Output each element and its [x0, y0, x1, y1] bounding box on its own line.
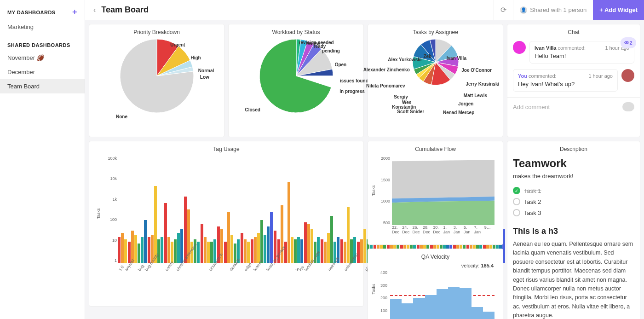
bar-group[interactable] — [241, 156, 250, 263]
widget-title: Tasks by Assignee — [374, 29, 497, 35]
bar-group[interactable] — [217, 156, 223, 263]
qa-bar[interactable] — [448, 287, 460, 319]
shared-with-button[interactable]: 👤 Shared with 1 person — [513, 0, 593, 20]
description-card: Description Teamwork makes the dreamwork… — [507, 141, 640, 319]
task-label: Task 2 — [524, 198, 541, 205]
task-checkbox[interactable]: ✓ — [513, 187, 520, 194]
assignee-pie[interactable]: Ivan VillaJoe O'ConnorJerry KrusinskiMat… — [374, 39, 497, 131]
widget-title: Priority Breakdown — [95, 29, 218, 35]
qa-bar[interactable] — [472, 307, 483, 319]
sidebar-item[interactable]: Marketing — [0, 20, 85, 34]
collapse-sidebar-icon[interactable]: ‹ — [91, 6, 98, 14]
chat-input[interactable]: Add comment — [513, 104, 550, 110]
widget-title: Cumulative Flow — [374, 146, 497, 152]
tag-usage-chart[interactable]: Tasks 100k10k1k100101 1.0anytestbugbug b… — [95, 156, 358, 285]
tasks-assignee-card: Tasks by Assignee Ivan VillaJoe O'Connor… — [368, 24, 503, 137]
pie-label: pending — [322, 48, 340, 53]
bar-group[interactable] — [251, 156, 273, 263]
bar-group[interactable] — [201, 156, 216, 263]
qa-bar[interactable] — [460, 288, 471, 319]
shared-dashboards-header: SHARED DASHBOARDS — [0, 41, 85, 51]
pie-label: Normal — [198, 68, 214, 73]
task-item[interactable]: Task 2 — [513, 196, 634, 207]
pie-label: issues found — [340, 78, 368, 83]
description-subtext: makes the dreamwork! — [513, 173, 634, 180]
widget-title: Description — [513, 146, 634, 152]
pie-label: Low — [200, 75, 209, 80]
bar-group[interactable] — [340, 156, 356, 263]
qa-bar[interactable] — [402, 303, 413, 319]
sidebar-item[interactable]: November 🏈 — [0, 51, 85, 65]
pie-label: Alexander Zinchenko — [363, 67, 410, 72]
task-item[interactable]: Task 3 — [513, 207, 634, 218]
description-heading: Teamwork — [513, 157, 634, 170]
page-title: Team Board — [101, 5, 494, 15]
task-checkbox[interactable] — [513, 209, 520, 216]
chat-card: Chat 👁 2 Ivan Villa commented:1 hour ago… — [507, 24, 640, 137]
chat-message: Ivan Villa commented:1 hour agoHello Tea… — [513, 41, 634, 64]
bar-group[interactable] — [148, 156, 163, 263]
pie-label: Jorgen — [458, 101, 473, 106]
bar-group[interactable] — [118, 156, 127, 263]
bar-group[interactable] — [321, 156, 339, 263]
pie-label: Ivan Villa — [447, 56, 466, 61]
pie-label: Closed — [245, 107, 260, 112]
workload-pie[interactable]: revision neededreviewreadypendingOpeniss… — [234, 39, 358, 131]
avatar — [621, 69, 634, 82]
pie-label: Jerry Krusinski — [466, 81, 499, 87]
qa-bar[interactable] — [390, 299, 402, 319]
qa-bar[interactable] — [483, 312, 494, 319]
pie-label: Sergiy — [394, 94, 408, 99]
widget-title: QA Velocity — [374, 254, 497, 260]
widget-title: Chat — [513, 29, 634, 35]
pie-label: Nenad Mercep — [443, 110, 474, 115]
priority-breakdown-card: Priority Breakdown UrgentHighNormalLowNo… — [89, 24, 224, 137]
pie-label: Urgent — [170, 42, 185, 47]
task-label: Task 3 — [524, 209, 541, 216]
avatar — [513, 41, 526, 54]
user-icon: 👤 — [520, 6, 527, 14]
qa-bar[interactable] — [437, 289, 448, 319]
bar-group[interactable] — [128, 156, 147, 263]
topbar: ‹ Team Board ⟳ 👤 Shared with 1 person + … — [85, 0, 644, 20]
qa-bar[interactable] — [413, 298, 425, 319]
pie-label: Alex Yurkowski — [388, 57, 421, 62]
task-item[interactable]: ✓Task 1 — [513, 185, 634, 196]
bar-group[interactable] — [274, 156, 276, 263]
refresh-button[interactable]: ⟳ — [494, 0, 513, 20]
task-label: Task 1 — [524, 187, 541, 194]
sidebar-item[interactable]: December — [0, 65, 85, 79]
pie-label: Matt Lewis — [464, 93, 487, 98]
pie-label: Nikita Ponomarev — [366, 83, 405, 88]
add-widget-button[interactable]: + Add Widget — [593, 0, 644, 20]
pie-label: Open — [335, 62, 347, 67]
qa-bar[interactable] — [425, 295, 437, 319]
description-paragraph: Aenean eu leo quam. Pellentesque ornare … — [513, 240, 634, 319]
cumulative-flow-chart[interactable]: Tasks 500100015002000 22. Dec24. Dec26. … — [374, 156, 497, 239]
bar-group[interactable] — [304, 156, 320, 263]
workload-status-card: Workload by Status revision neededreview… — [228, 24, 364, 137]
bar-group[interactable] — [284, 156, 303, 263]
sidebar-item[interactable]: Team Board — [0, 79, 85, 93]
send-icon[interactable] — [622, 102, 634, 111]
pie-label: Wes — [402, 100, 411, 105]
add-dashboard-icon[interactable]: + — [72, 7, 77, 17]
tag-usage-card: Tag Usage Tasks 100k10k1k100101 1.0anyte… — [89, 141, 364, 307]
pie-label: Joe O'Connor — [461, 68, 492, 73]
priority-pie[interactable]: UrgentHighNormalLowNone — [95, 39, 218, 131]
refresh-icon: ⟳ — [500, 6, 506, 14]
bar-group[interactable] — [224, 156, 240, 263]
my-dashboards-header: MY DASHBOARDS + — [0, 6, 85, 20]
pie-label: Scott Snider — [397, 109, 424, 114]
pie-label: High — [190, 55, 201, 60]
task-checkbox[interactable] — [513, 198, 520, 205]
qa-velocity-chart[interactable]: velocity: 185.4 0100200300400 Tasks — [374, 264, 497, 319]
sidebar: MY DASHBOARDS + Marketing SHARED DASHBOA… — [0, 0, 85, 319]
chat-count-badge[interactable]: 👁 2 — [621, 37, 636, 48]
velocity-readout: velocity: 185.4 — [461, 263, 494, 268]
pie-label: None — [116, 114, 127, 119]
y-axis-label: Tasks — [371, 284, 376, 294]
bar-group[interactable] — [164, 156, 183, 263]
widget-title: Workload by Status — [234, 29, 358, 35]
description-h3: This is a h3 — [513, 226, 634, 236]
